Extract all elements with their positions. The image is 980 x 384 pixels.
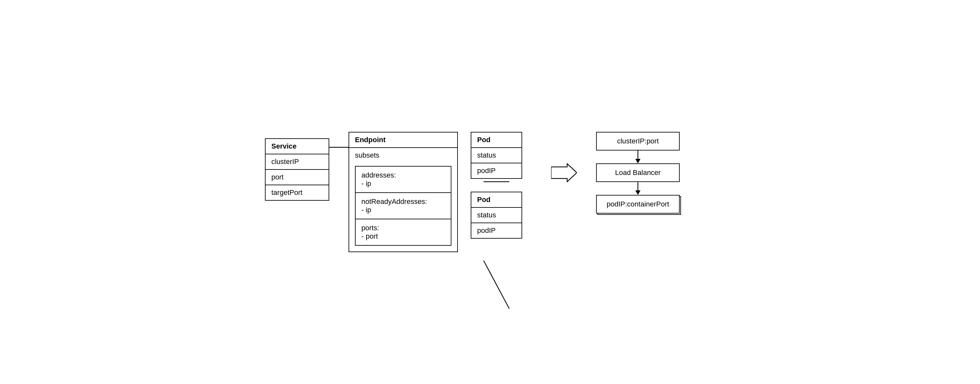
arrow-down-1: [634, 150, 642, 163]
pods-section: Pod status podIP Pod status podIP: [471, 132, 522, 239]
down-arrow-icon-2: [634, 182, 642, 195]
diagram-layout: Service clusterIP port targetPort Endpoi…: [265, 132, 715, 252]
subset-inner-box: addresses: - ip notReadyAddresses: - ip …: [355, 166, 452, 246]
pod-ip-container-port-box: podIP:containerPort: [596, 195, 680, 214]
svg-marker-7: [635, 190, 641, 195]
arrow-down-2: [634, 182, 642, 195]
endpoint-header: Endpoint: [349, 132, 457, 148]
diagram-container: Service clusterIP port targetPort Endpoi…: [265, 132, 715, 252]
service-cluster-ip: clusterIP: [266, 155, 329, 170]
service-header: Service: [266, 139, 329, 155]
svg-marker-3: [551, 164, 577, 182]
service-box: Service clusterIP port targetPort: [265, 138, 329, 201]
service-target-port: targetPort: [266, 185, 329, 200]
pod-ip-container-port-wrapper: podIP:containerPort: [596, 195, 680, 214]
load-balancer-box: Load Balancer: [596, 163, 680, 182]
hollow-arrow-icon: [551, 163, 577, 182]
pod2-header: Pod: [471, 192, 522, 208]
svg-line-2: [484, 260, 509, 309]
pod1-status: status: [471, 148, 522, 163]
addresses-row: addresses: - ip: [356, 167, 451, 193]
pod1-pod-ip: podIP: [471, 163, 522, 178]
pod-box-2: Pod status podIP: [471, 192, 522, 239]
pod1-header: Pod: [471, 132, 522, 148]
service-port: port: [266, 170, 329, 185]
svg-marker-5: [635, 159, 641, 163]
hollow-arrow: [551, 163, 577, 182]
not-ready-row: notReadyAddresses: - ip: [356, 193, 451, 219]
ports-row: ports: - port: [356, 219, 451, 245]
down-arrow-icon-1: [634, 150, 642, 163]
pod2-status: status: [471, 208, 522, 223]
flow-section: clusterIP:port Load Balancer: [541, 132, 680, 214]
endpoint-box: Endpoint subsets addresses: - ip notRead…: [348, 132, 458, 252]
pod2-pod-ip: podIP: [471, 223, 522, 238]
flow-diagram: clusterIP:port Load Balancer: [596, 132, 680, 214]
pod-box-1: Pod status podIP: [471, 132, 522, 179]
cluster-ip-port-box: clusterIP:port: [596, 132, 680, 150]
endpoint-subsets-label: subsets: [349, 148, 457, 163]
service-to-endpoint-line: [329, 147, 348, 148]
